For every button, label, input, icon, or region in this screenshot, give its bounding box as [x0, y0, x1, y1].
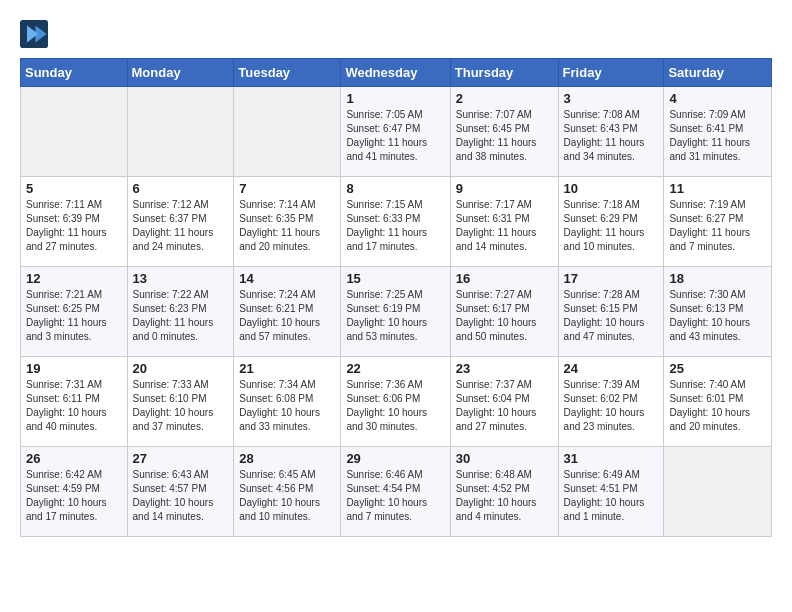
day-number: 9	[456, 181, 553, 196]
day-number: 22	[346, 361, 444, 376]
calendar-cell: 25Sunrise: 7:40 AM Sunset: 6:01 PM Dayli…	[664, 357, 772, 447]
day-number: 2	[456, 91, 553, 106]
calendar-cell: 16Sunrise: 7:27 AM Sunset: 6:17 PM Dayli…	[450, 267, 558, 357]
day-info: Sunrise: 6:48 AM Sunset: 4:52 PM Dayligh…	[456, 468, 553, 524]
weekday-header-tuesday: Tuesday	[234, 59, 341, 87]
calendar-cell: 22Sunrise: 7:36 AM Sunset: 6:06 PM Dayli…	[341, 357, 450, 447]
day-number: 16	[456, 271, 553, 286]
day-info: Sunrise: 7:39 AM Sunset: 6:02 PM Dayligh…	[564, 378, 659, 434]
calendar-cell: 26Sunrise: 6:42 AM Sunset: 4:59 PM Dayli…	[21, 447, 128, 537]
day-number: 4	[669, 91, 766, 106]
day-info: Sunrise: 7:17 AM Sunset: 6:31 PM Dayligh…	[456, 198, 553, 254]
calendar-week-row: 1Sunrise: 7:05 AM Sunset: 6:47 PM Daylig…	[21, 87, 772, 177]
day-number: 15	[346, 271, 444, 286]
weekday-header-wednesday: Wednesday	[341, 59, 450, 87]
header	[20, 16, 772, 48]
calendar-cell: 18Sunrise: 7:30 AM Sunset: 6:13 PM Dayli…	[664, 267, 772, 357]
day-number: 10	[564, 181, 659, 196]
day-number: 19	[26, 361, 122, 376]
day-number: 12	[26, 271, 122, 286]
day-info: Sunrise: 7:05 AM Sunset: 6:47 PM Dayligh…	[346, 108, 444, 164]
day-info: Sunrise: 7:31 AM Sunset: 6:11 PM Dayligh…	[26, 378, 122, 434]
calendar-cell: 2Sunrise: 7:07 AM Sunset: 6:45 PM Daylig…	[450, 87, 558, 177]
calendar-table: SundayMondayTuesdayWednesdayThursdayFrid…	[20, 58, 772, 537]
day-number: 14	[239, 271, 335, 286]
weekday-header-sunday: Sunday	[21, 59, 128, 87]
calendar-cell: 4Sunrise: 7:09 AM Sunset: 6:41 PM Daylig…	[664, 87, 772, 177]
day-number: 17	[564, 271, 659, 286]
page: SundayMondayTuesdayWednesdayThursdayFrid…	[0, 0, 792, 553]
calendar-cell: 17Sunrise: 7:28 AM Sunset: 6:15 PM Dayli…	[558, 267, 664, 357]
day-info: Sunrise: 7:30 AM Sunset: 6:13 PM Dayligh…	[669, 288, 766, 344]
day-number: 6	[133, 181, 229, 196]
day-info: Sunrise: 7:24 AM Sunset: 6:21 PM Dayligh…	[239, 288, 335, 344]
calendar-cell	[127, 87, 234, 177]
calendar-cell: 10Sunrise: 7:18 AM Sunset: 6:29 PM Dayli…	[558, 177, 664, 267]
day-info: Sunrise: 7:09 AM Sunset: 6:41 PM Dayligh…	[669, 108, 766, 164]
weekday-header-saturday: Saturday	[664, 59, 772, 87]
day-info: Sunrise: 7:33 AM Sunset: 6:10 PM Dayligh…	[133, 378, 229, 434]
day-number: 18	[669, 271, 766, 286]
calendar-cell: 29Sunrise: 6:46 AM Sunset: 4:54 PM Dayli…	[341, 447, 450, 537]
day-info: Sunrise: 7:14 AM Sunset: 6:35 PM Dayligh…	[239, 198, 335, 254]
day-info: Sunrise: 7:40 AM Sunset: 6:01 PM Dayligh…	[669, 378, 766, 434]
calendar-cell	[21, 87, 128, 177]
day-number: 29	[346, 451, 444, 466]
day-info: Sunrise: 7:19 AM Sunset: 6:27 PM Dayligh…	[669, 198, 766, 254]
calendar-cell: 23Sunrise: 7:37 AM Sunset: 6:04 PM Dayli…	[450, 357, 558, 447]
day-info: Sunrise: 7:11 AM Sunset: 6:39 PM Dayligh…	[26, 198, 122, 254]
day-info: Sunrise: 6:45 AM Sunset: 4:56 PM Dayligh…	[239, 468, 335, 524]
day-number: 23	[456, 361, 553, 376]
calendar-cell	[234, 87, 341, 177]
day-info: Sunrise: 7:25 AM Sunset: 6:19 PM Dayligh…	[346, 288, 444, 344]
day-number: 8	[346, 181, 444, 196]
calendar-cell: 21Sunrise: 7:34 AM Sunset: 6:08 PM Dayli…	[234, 357, 341, 447]
day-number: 26	[26, 451, 122, 466]
logo-area	[20, 16, 52, 48]
day-number: 13	[133, 271, 229, 286]
day-number: 1	[346, 91, 444, 106]
calendar-cell: 19Sunrise: 7:31 AM Sunset: 6:11 PM Dayli…	[21, 357, 128, 447]
calendar-cell: 15Sunrise: 7:25 AM Sunset: 6:19 PM Dayli…	[341, 267, 450, 357]
calendar-cell: 14Sunrise: 7:24 AM Sunset: 6:21 PM Dayli…	[234, 267, 341, 357]
day-info: Sunrise: 7:08 AM Sunset: 6:43 PM Dayligh…	[564, 108, 659, 164]
weekday-header-thursday: Thursday	[450, 59, 558, 87]
calendar-week-row: 26Sunrise: 6:42 AM Sunset: 4:59 PM Dayli…	[21, 447, 772, 537]
calendar-cell: 9Sunrise: 7:17 AM Sunset: 6:31 PM Daylig…	[450, 177, 558, 267]
calendar-cell: 5Sunrise: 7:11 AM Sunset: 6:39 PM Daylig…	[21, 177, 128, 267]
calendar-cell: 6Sunrise: 7:12 AM Sunset: 6:37 PM Daylig…	[127, 177, 234, 267]
day-number: 20	[133, 361, 229, 376]
day-info: Sunrise: 7:07 AM Sunset: 6:45 PM Dayligh…	[456, 108, 553, 164]
calendar-cell: 12Sunrise: 7:21 AM Sunset: 6:25 PM Dayli…	[21, 267, 128, 357]
day-info: Sunrise: 7:37 AM Sunset: 6:04 PM Dayligh…	[456, 378, 553, 434]
calendar-cell: 20Sunrise: 7:33 AM Sunset: 6:10 PM Dayli…	[127, 357, 234, 447]
day-info: Sunrise: 6:49 AM Sunset: 4:51 PM Dayligh…	[564, 468, 659, 524]
day-number: 30	[456, 451, 553, 466]
day-number: 24	[564, 361, 659, 376]
day-number: 21	[239, 361, 335, 376]
day-number: 5	[26, 181, 122, 196]
day-number: 7	[239, 181, 335, 196]
day-info: Sunrise: 7:21 AM Sunset: 6:25 PM Dayligh…	[26, 288, 122, 344]
day-info: Sunrise: 7:22 AM Sunset: 6:23 PM Dayligh…	[133, 288, 229, 344]
day-info: Sunrise: 7:36 AM Sunset: 6:06 PM Dayligh…	[346, 378, 444, 434]
day-info: Sunrise: 6:46 AM Sunset: 4:54 PM Dayligh…	[346, 468, 444, 524]
day-info: Sunrise: 7:18 AM Sunset: 6:29 PM Dayligh…	[564, 198, 659, 254]
calendar-cell: 8Sunrise: 7:15 AM Sunset: 6:33 PM Daylig…	[341, 177, 450, 267]
calendar-week-row: 12Sunrise: 7:21 AM Sunset: 6:25 PM Dayli…	[21, 267, 772, 357]
day-info: Sunrise: 7:27 AM Sunset: 6:17 PM Dayligh…	[456, 288, 553, 344]
calendar-cell: 7Sunrise: 7:14 AM Sunset: 6:35 PM Daylig…	[234, 177, 341, 267]
calendar-cell: 11Sunrise: 7:19 AM Sunset: 6:27 PM Dayli…	[664, 177, 772, 267]
day-info: Sunrise: 6:43 AM Sunset: 4:57 PM Dayligh…	[133, 468, 229, 524]
calendar-cell: 31Sunrise: 6:49 AM Sunset: 4:51 PM Dayli…	[558, 447, 664, 537]
calendar-cell: 30Sunrise: 6:48 AM Sunset: 4:52 PM Dayli…	[450, 447, 558, 537]
calendar-cell: 27Sunrise: 6:43 AM Sunset: 4:57 PM Dayli…	[127, 447, 234, 537]
day-info: Sunrise: 7:15 AM Sunset: 6:33 PM Dayligh…	[346, 198, 444, 254]
day-number: 3	[564, 91, 659, 106]
weekday-header-row: SundayMondayTuesdayWednesdayThursdayFrid…	[21, 59, 772, 87]
day-number: 11	[669, 181, 766, 196]
calendar-week-row: 19Sunrise: 7:31 AM Sunset: 6:11 PM Dayli…	[21, 357, 772, 447]
day-info: Sunrise: 6:42 AM Sunset: 4:59 PM Dayligh…	[26, 468, 122, 524]
calendar-cell: 24Sunrise: 7:39 AM Sunset: 6:02 PM Dayli…	[558, 357, 664, 447]
calendar-week-row: 5Sunrise: 7:11 AM Sunset: 6:39 PM Daylig…	[21, 177, 772, 267]
